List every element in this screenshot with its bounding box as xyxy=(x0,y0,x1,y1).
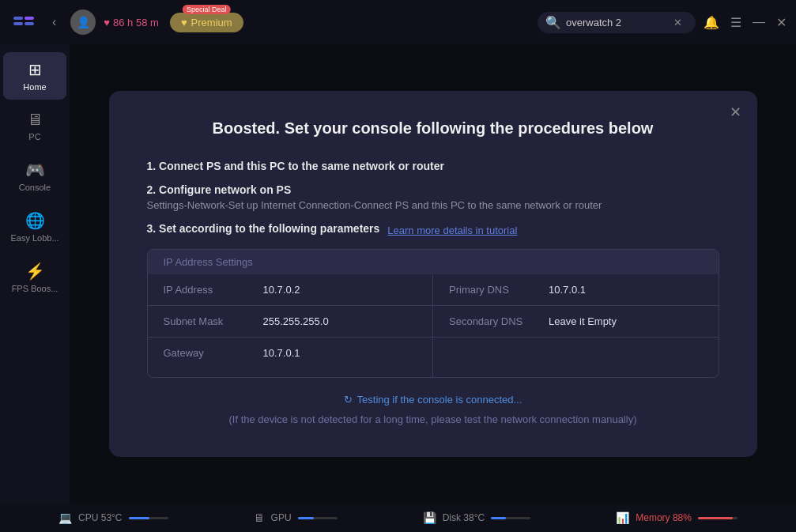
memory-stat: 📊 Memory 88% xyxy=(616,511,738,524)
ip-row-address: IP Address 10.7.0.2 xyxy=(148,274,433,306)
topbar-icons: 🔔 ☰ — ✕ xyxy=(704,15,787,30)
svg-rect-0 xyxy=(13,17,23,20)
gpu-label: GPU xyxy=(271,512,292,523)
gpu-bar xyxy=(298,517,338,519)
main-layout: ⊞ Home 🖥 PC 🎮 Console 🌐 Easy Lobb... ⚡ F… xyxy=(0,44,796,504)
premium-icon: ♥ xyxy=(181,17,187,28)
ip-table-header: IP Address Settings xyxy=(148,250,719,274)
search-input[interactable] xyxy=(566,17,669,28)
ip-row-gateway: Gateway 10.7.0.1 xyxy=(148,338,433,368)
search-clear-button[interactable]: ✕ xyxy=(673,17,682,28)
disk-label: Disk 38°C xyxy=(443,512,485,523)
memory-bar xyxy=(698,517,738,519)
step-1-heading: 1. Connect PS and this PC to the same ne… xyxy=(147,160,719,172)
subnet-mask-value: 255.255.255.0 xyxy=(263,315,329,327)
sidebar-item-console-label: Console xyxy=(19,183,51,192)
ip-right-col: Primary DNS 10.7.0.1 Secondary DNS Leave… xyxy=(433,274,719,377)
memory-label: Memory 88% xyxy=(636,512,692,523)
gpu-bar-fill xyxy=(298,517,314,519)
topbar: ‹ 👤 ♥ 86 h 58 m Special Deal ♥ Premium 🔍… xyxy=(0,0,796,44)
health-display: ♥ 86 h 58 m xyxy=(104,17,159,28)
disk-stat: 💾 Disk 38°C xyxy=(423,511,530,524)
search-bar: 🔍 ✕ xyxy=(538,12,696,33)
modal-dialog: ✕ Boosted. Set your console following th… xyxy=(109,91,757,457)
home-icon: ⊞ xyxy=(28,60,42,79)
ip-row-subnet: Subnet Mask 255.255.255.0 xyxy=(148,306,433,338)
loading-icon: ↻ xyxy=(344,394,353,406)
avatar: 👤 xyxy=(70,9,96,35)
svg-rect-3 xyxy=(25,22,34,25)
ip-table-body: IP Address 10.7.0.2 Subnet Mask 255.255.… xyxy=(148,274,719,377)
memory-bar-fill xyxy=(698,517,733,519)
svg-rect-1 xyxy=(13,22,23,25)
step-2-heading: 2. Configure network on PS xyxy=(147,183,719,196)
cpu-label: CPU 53°C xyxy=(78,512,122,523)
step-2-sub: Settings-Network-Set up Internet Connect… xyxy=(147,199,719,211)
menu-icon[interactable]: ☰ xyxy=(730,15,741,30)
ip-address-label: IP Address xyxy=(164,284,251,296)
sidebar-item-home[interactable]: ⊞ Home xyxy=(3,52,66,100)
gateway-value: 10.7.0.1 xyxy=(263,347,300,359)
sidebar-item-home-label: Home xyxy=(23,82,46,92)
cpu-bar-fill xyxy=(129,517,150,519)
sidebar-item-easy-lobby[interactable]: 🌐 Easy Lobb... xyxy=(3,203,66,251)
gpu-stat: 🖥 GPU xyxy=(254,511,338,524)
modal-title: Boosted. Set your console following the … xyxy=(147,119,719,138)
console-icon: 🎮 xyxy=(25,160,45,179)
sidebar-item-fps-boost-label: FPS Boos... xyxy=(12,284,58,293)
step-3: 3. Set according to the following parame… xyxy=(147,222,719,238)
close-icon[interactable]: ✕ xyxy=(776,15,787,30)
modal-note: (If the device is not detected for a lon… xyxy=(147,413,719,425)
modal-close-button[interactable]: ✕ xyxy=(730,104,741,121)
ip-row-secondary-dns: Secondary DNS Leave it Empty xyxy=(433,306,719,338)
step-3-row: 3. Set according to the following parame… xyxy=(147,222,719,238)
disk-bar xyxy=(491,517,530,519)
status-text: Testing if the console is connected... xyxy=(357,394,522,406)
app-logo xyxy=(9,8,38,36)
primary-dns-value: 10.7.0.1 xyxy=(549,284,586,296)
cpu-bar xyxy=(129,517,168,519)
ip-settings-table: IP Address Settings IP Address 10.7.0.2 … xyxy=(147,249,719,378)
primary-dns-label: Primary DNS xyxy=(449,284,536,296)
ip-address-value: 10.7.0.2 xyxy=(263,284,300,296)
step-3-heading: 3. Set according to the following parame… xyxy=(147,222,380,235)
secondary-dns-label: Secondary DNS xyxy=(449,315,536,327)
sidebar-item-fps-boost[interactable]: ⚡ FPS Boos... xyxy=(3,254,66,301)
bottombar: 💻 CPU 53°C 🖥 GPU 💾 Disk 38°C 📊 Memory 88… xyxy=(0,504,796,532)
subnet-mask-label: Subnet Mask xyxy=(164,315,251,327)
premium-button-wrap: Special Deal ♥ Premium xyxy=(170,13,243,32)
easy-lobby-icon: 🌐 xyxy=(25,211,45,230)
sidebar-item-pc[interactable]: 🖥 PC xyxy=(3,103,66,149)
heart-icon: ♥ xyxy=(104,17,110,28)
sidebar: ⊞ Home 🖥 PC 🎮 Console 🌐 Easy Lobb... ⚡ F… xyxy=(0,44,70,504)
svg-rect-2 xyxy=(25,17,34,20)
gateway-label: Gateway xyxy=(164,347,251,359)
cpu-icon: 💻 xyxy=(58,511,72,524)
special-deal-badge: Special Deal xyxy=(183,5,231,14)
sidebar-item-console[interactable]: 🎮 Console xyxy=(3,153,66,200)
notification-icon[interactable]: 🔔 xyxy=(704,15,719,30)
disk-icon: 💾 xyxy=(423,511,436,524)
sidebar-item-easy-lobby-label: Easy Lobb... xyxy=(10,233,58,243)
premium-button[interactable]: ♥ Premium xyxy=(170,13,243,32)
tutorial-link[interactable]: Learn more details in tutorial xyxy=(387,224,517,236)
content-area: ✕ Boosted. Set your console following th… xyxy=(70,44,796,504)
minimize-icon[interactable]: — xyxy=(753,15,765,29)
step-2: 2. Configure network on PS Settings-Netw… xyxy=(147,183,719,211)
ip-row-primary-dns: Primary DNS 10.7.0.1 xyxy=(433,274,719,306)
sidebar-item-pc-label: PC xyxy=(28,132,40,141)
secondary-dns-value: Leave it Empty xyxy=(549,315,617,327)
ip-row-empty xyxy=(433,338,719,377)
back-button[interactable]: ‹ xyxy=(46,12,62,32)
fps-boost-icon: ⚡ xyxy=(25,262,45,281)
search-icon: 🔍 xyxy=(545,15,561,30)
gpu-icon: 🖥 xyxy=(254,511,265,524)
connection-status: ↻ Testing if the console is connected... xyxy=(147,394,719,406)
disk-bar-fill xyxy=(491,517,506,519)
cpu-stat: 💻 CPU 53°C xyxy=(58,511,168,524)
pc-icon: 🖥 xyxy=(27,111,43,129)
modal-backdrop: ✕ Boosted. Set your console following th… xyxy=(70,44,796,504)
ip-left-col: IP Address 10.7.0.2 Subnet Mask 255.255.… xyxy=(148,274,434,377)
step-1: 1. Connect PS and this PC to the same ne… xyxy=(147,160,719,172)
memory-icon: 📊 xyxy=(616,511,629,524)
